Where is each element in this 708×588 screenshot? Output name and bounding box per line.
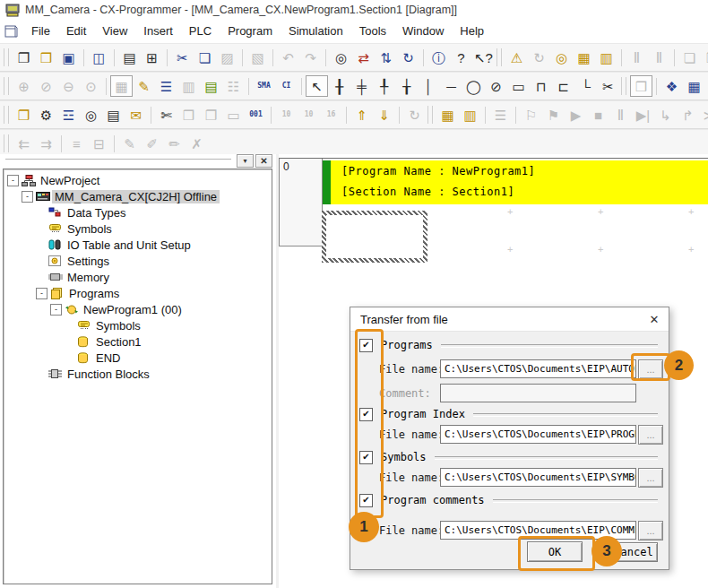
find-address-error-icon[interactable]: ◎ [550,47,573,68]
tree-item-data-types[interactable]: Data Types [4,204,272,220]
binary-monitor-icon[interactable]: 001 [245,104,267,125]
panel-close-icon[interactable]: ✕ [255,154,272,168]
new-closed-coil-icon[interactable]: ⊘ [485,75,507,97]
work-online-icon[interactable]: ▦ [436,104,459,125]
tree-item-symbols[interactable]: Symbols [4,220,272,237]
output-window-icon[interactable]: ▤ [102,104,125,125]
retrace-icon[interactable]: ↻ [397,47,419,68]
tree-item-section1[interactable]: Section1 [4,333,272,350]
panel-dropdown-icon[interactable]: ▾ [237,154,254,168]
tree-item-symbols[interactable]: Symbols [4,317,272,333]
tree-item-memory[interactable]: Memory [4,269,272,285]
replace-icon[interactable]: ⇄ [352,47,375,68]
expander-icon[interactable]: - [7,175,19,186]
program-comments-checkbox[interactable]: ✔ [359,494,373,507]
line-connect-icon[interactable]: └ [574,75,597,97]
tree-item-end[interactable]: END [4,350,272,366]
address-reference-tool-icon[interactable]: ▦ [683,75,705,97]
tree-item-programs[interactable]: -Programs [4,285,272,301]
symbols-browse-button[interactable]: ... [638,468,663,488]
program-index-browse-button[interactable]: ... [638,425,663,445]
rung-annotation-icon[interactable]: ☰ [155,75,177,97]
plc-verify-icon[interactable]: ▦ [573,47,595,68]
menu-simulation[interactable]: Simulation [281,22,351,39]
save-icon[interactable]: ▣ [57,47,80,68]
new-icon[interactable]: ❐ [13,47,35,68]
about-icon[interactable]: ⓘ [427,47,450,68]
work-online-simulator-icon[interactable]: ▥ [459,104,481,125]
program-index-checkbox[interactable]: ✔ [359,408,373,421]
clock-instruction-icon[interactable]: CI [275,75,298,97]
new-or-contact-icon[interactable]: ╀ [373,75,395,97]
transfer-from-plc-icon[interactable]: ⇓ [373,104,395,125]
ok-button[interactable]: OK [527,541,583,562]
menu-window[interactable]: Window [394,22,452,39]
new-instruction-icon[interactable]: ▭ [507,75,530,97]
programs-checkbox[interactable]: ✔ [359,339,373,352]
menu-edit[interactable]: Edit [58,22,94,39]
dialog-title-bar[interactable]: Transfer from file ✕ [350,307,669,332]
cut-icon[interactable]: ✂ [171,47,194,68]
rung-selection-cursor[interactable] [322,211,427,263]
find-window-icon[interactable]: ◎ [80,104,102,125]
programs-browse-button[interactable]: ... [638,359,663,379]
find-icon[interactable]: ◎ [330,47,352,68]
menu-insert[interactable]: Insert [135,22,181,39]
symbols-checkbox[interactable]: ✔ [359,451,373,464]
toolbar-row-1: ❐❒▣◫▤⊞✂❏▨▧↶↷◎⇄⇅↻ⓘ?↖?⚠↻◎▦▥ⅡⅡ❏❐▭ [0,43,708,72]
symbol-layers-icon[interactable]: ❖ [661,75,683,97]
zoom-cut-icon: ⊘ [35,75,57,97]
menu-tools[interactable]: Tools [351,22,394,39]
vertical-line-icon[interactable]: │ [418,75,440,97]
expander-icon[interactable]: - [36,288,47,299]
expander-icon[interactable]: - [50,304,62,316]
tree-item-function-blocks[interactable]: Function Blocks [4,366,272,382]
tree-item-settings[interactable]: Settings [4,253,272,269]
symbols-file-input[interactable]: C:\Users\CTOS\Documents\EIP\SYMBOLS. [440,468,636,487]
new-closed-contact-icon[interactable]: ╪ [350,75,373,97]
programs-file-input[interactable]: C:\Users\CTOS\Documents\EIP\AUTOEXEC [440,359,636,378]
help-icon[interactable]: ? [450,47,472,68]
menu-file[interactable]: File [23,22,58,39]
new-pit-instruction-icon[interactable]: ⊓ [530,75,552,97]
mnemonics-view-icon[interactable]: SMA [253,75,275,97]
horizontal-line-icon[interactable]: ─ [440,75,462,97]
properties-icon[interactable]: ✉ [125,104,147,125]
build-icon[interactable]: ⚙ [35,104,57,125]
new-contact-icon[interactable]: ╂ [328,75,350,97]
tree-item-newproject[interactable]: -NewProject [4,172,272,188]
monitor-in-rung-icon[interactable]: ▤ [200,75,222,97]
print-icon[interactable]: ▤ [118,47,141,68]
line-delete-icon[interactable]: ✂ [597,75,619,97]
menu-view[interactable]: View [94,22,135,39]
select-mode-icon[interactable]: ↖ [306,75,328,97]
expander-icon[interactable]: - [22,191,33,203]
tree-item-mm-camera-cx-cj2h-offline[interactable]: -MM_Camera_CX[CJ2H] Offline [4,188,272,204]
mdi-document-icon[interactable] [4,24,18,38]
program-comments-browse-button[interactable]: ... [638,521,663,540]
new-or-closed-contact-icon[interactable]: ╁ [395,75,418,97]
compile-program-icon[interactable]: ◫ [88,47,110,68]
watch-window-icon[interactable]: ☲ [57,104,80,125]
cross-reference-icon[interactable]: ✄ [155,104,177,125]
menu-program[interactable]: Program [220,22,281,39]
menu-plc[interactable]: PLC [181,22,220,39]
toggle-project-workspace-icon[interactable]: ❐ [13,104,35,125]
transfer-to-plc-icon[interactable]: ⇑ [350,104,373,125]
open-icon[interactable]: ❒ [35,47,57,68]
function-block-invoke-icon[interactable]: ⊏ [552,75,574,97]
menu-help[interactable]: Help [452,22,492,39]
tree-item-io-table-and-unit-setup[interactable]: IO Table and Unit Setup [4,237,272,253]
copy-icon[interactable]: ❏ [194,47,216,68]
find-symbol-icon[interactable]: ⇅ [375,47,397,68]
print-preview-icon[interactable]: ⊞ [141,47,163,68]
context-help-icon[interactable]: ↖? [472,47,495,68]
panel-grip[interactable] [5,159,231,163]
new-coil-icon[interactable]: ◯ [462,75,485,97]
program-index-file-input[interactable]: C:\Users\CTOS\Documents\EIP\PROGRAMS [440,425,636,444]
close-icon[interactable]: ✕ [640,307,669,331]
tree-item-newprogram1-00[interactable]: -NewProgram1 (00) [4,301,272,317]
rung-comment-icon[interactable]: ✎ [133,75,155,97]
compile-check-icon[interactable]: ⚠ [505,47,528,68]
transfer-monitor-icon[interactable]: ▥ [595,47,617,68]
